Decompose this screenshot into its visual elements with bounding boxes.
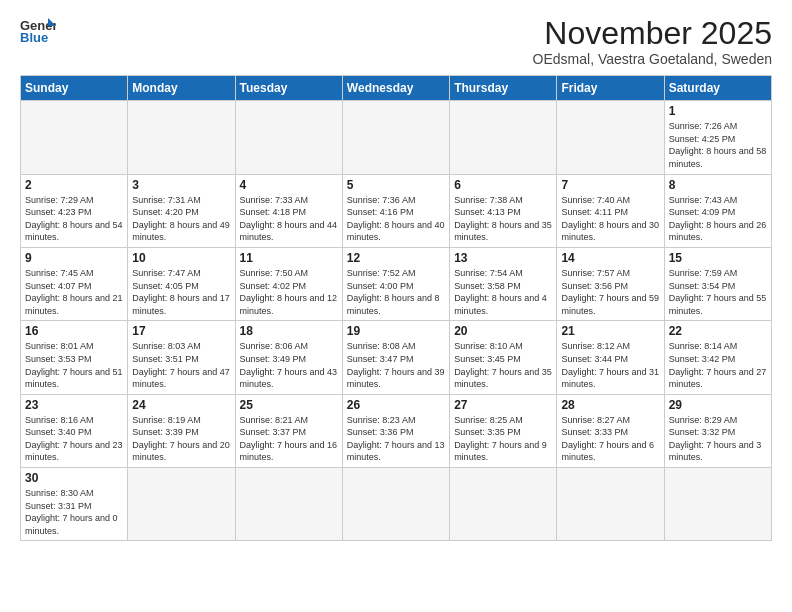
calendar-cell: 22Sunrise: 8:14 AM Sunset: 3:42 PM Dayli… [664, 321, 771, 394]
calendar-cell: 28Sunrise: 8:27 AM Sunset: 3:33 PM Dayli… [557, 394, 664, 467]
calendar-cell: 19Sunrise: 8:08 AM Sunset: 3:47 PM Dayli… [342, 321, 449, 394]
page: General Blue November 2025 OEdsmal, Vaes… [0, 0, 792, 612]
day-info: Sunrise: 7:36 AM Sunset: 4:16 PM Dayligh… [347, 194, 445, 244]
calendar-cell [21, 101, 128, 174]
calendar-cell: 9Sunrise: 7:45 AM Sunset: 4:07 PM Daylig… [21, 247, 128, 320]
calendar-cell [235, 101, 342, 174]
calendar-cell: 16Sunrise: 8:01 AM Sunset: 3:53 PM Dayli… [21, 321, 128, 394]
day-number: 13 [454, 251, 552, 265]
calendar-cell: 29Sunrise: 8:29 AM Sunset: 3:32 PM Dayli… [664, 394, 771, 467]
calendar-cell: 21Sunrise: 8:12 AM Sunset: 3:44 PM Dayli… [557, 321, 664, 394]
day-number: 28 [561, 398, 659, 412]
day-number: 27 [454, 398, 552, 412]
calendar-cell [557, 101, 664, 174]
calendar-header-row: Sunday Monday Tuesday Wednesday Thursday… [21, 76, 772, 101]
calendar-cell: 12Sunrise: 7:52 AM Sunset: 4:00 PM Dayli… [342, 247, 449, 320]
subtitle: OEdsmal, Vaestra Goetaland, Sweden [533, 51, 772, 67]
calendar-week-row-2: 9Sunrise: 7:45 AM Sunset: 4:07 PM Daylig… [21, 247, 772, 320]
day-number: 25 [240, 398, 338, 412]
day-info: Sunrise: 8:25 AM Sunset: 3:35 PM Dayligh… [454, 414, 552, 464]
calendar-cell [664, 468, 771, 541]
day-info: Sunrise: 7:43 AM Sunset: 4:09 PM Dayligh… [669, 194, 767, 244]
calendar-cell: 18Sunrise: 8:06 AM Sunset: 3:49 PM Dayli… [235, 321, 342, 394]
day-number: 14 [561, 251, 659, 265]
day-number: 15 [669, 251, 767, 265]
calendar-week-row-4: 23Sunrise: 8:16 AM Sunset: 3:40 PM Dayli… [21, 394, 772, 467]
logo: General Blue [20, 16, 56, 44]
header-monday: Monday [128, 76, 235, 101]
calendar-cell: 17Sunrise: 8:03 AM Sunset: 3:51 PM Dayli… [128, 321, 235, 394]
calendar-cell: 23Sunrise: 8:16 AM Sunset: 3:40 PM Dayli… [21, 394, 128, 467]
day-number: 19 [347, 324, 445, 338]
calendar-cell [450, 468, 557, 541]
day-number: 23 [25, 398, 123, 412]
calendar-week-row-0: 1Sunrise: 7:26 AM Sunset: 4:25 PM Daylig… [21, 101, 772, 174]
day-info: Sunrise: 7:31 AM Sunset: 4:20 PM Dayligh… [132, 194, 230, 244]
day-info: Sunrise: 8:29 AM Sunset: 3:32 PM Dayligh… [669, 414, 767, 464]
calendar-cell [235, 468, 342, 541]
header-sunday: Sunday [21, 76, 128, 101]
day-number: 4 [240, 178, 338, 192]
month-title: November 2025 [533, 16, 772, 51]
day-info: Sunrise: 7:50 AM Sunset: 4:02 PM Dayligh… [240, 267, 338, 317]
day-number: 24 [132, 398, 230, 412]
day-info: Sunrise: 8:27 AM Sunset: 3:33 PM Dayligh… [561, 414, 659, 464]
calendar-cell: 8Sunrise: 7:43 AM Sunset: 4:09 PM Daylig… [664, 174, 771, 247]
day-info: Sunrise: 7:29 AM Sunset: 4:23 PM Dayligh… [25, 194, 123, 244]
day-info: Sunrise: 8:19 AM Sunset: 3:39 PM Dayligh… [132, 414, 230, 464]
day-info: Sunrise: 8:01 AM Sunset: 3:53 PM Dayligh… [25, 340, 123, 390]
day-number: 20 [454, 324, 552, 338]
calendar-week-row-5: 30Sunrise: 8:30 AM Sunset: 3:31 PM Dayli… [21, 468, 772, 541]
calendar-cell: 7Sunrise: 7:40 AM Sunset: 4:11 PM Daylig… [557, 174, 664, 247]
header-saturday: Saturday [664, 76, 771, 101]
day-number: 5 [347, 178, 445, 192]
day-info: Sunrise: 8:23 AM Sunset: 3:36 PM Dayligh… [347, 414, 445, 464]
day-number: 17 [132, 324, 230, 338]
day-number: 3 [132, 178, 230, 192]
calendar-cell [128, 468, 235, 541]
day-info: Sunrise: 8:30 AM Sunset: 3:31 PM Dayligh… [25, 487, 123, 537]
calendar-table: Sunday Monday Tuesday Wednesday Thursday… [20, 75, 772, 541]
calendar-cell: 2Sunrise: 7:29 AM Sunset: 4:23 PM Daylig… [21, 174, 128, 247]
calendar-week-row-3: 16Sunrise: 8:01 AM Sunset: 3:53 PM Dayli… [21, 321, 772, 394]
calendar-cell [342, 468, 449, 541]
day-number: 22 [669, 324, 767, 338]
calendar-cell [557, 468, 664, 541]
title-block: November 2025 OEdsmal, Vaestra Goetaland… [533, 16, 772, 67]
day-info: Sunrise: 8:03 AM Sunset: 3:51 PM Dayligh… [132, 340, 230, 390]
day-number: 12 [347, 251, 445, 265]
calendar-cell: 13Sunrise: 7:54 AM Sunset: 3:58 PM Dayli… [450, 247, 557, 320]
calendar-cell [450, 101, 557, 174]
day-number: 9 [25, 251, 123, 265]
calendar-cell: 5Sunrise: 7:36 AM Sunset: 4:16 PM Daylig… [342, 174, 449, 247]
calendar-cell [342, 101, 449, 174]
day-number: 1 [669, 104, 767, 118]
calendar-cell: 24Sunrise: 8:19 AM Sunset: 3:39 PM Dayli… [128, 394, 235, 467]
day-number: 26 [347, 398, 445, 412]
day-number: 30 [25, 471, 123, 485]
day-number: 8 [669, 178, 767, 192]
calendar-cell: 25Sunrise: 8:21 AM Sunset: 3:37 PM Dayli… [235, 394, 342, 467]
day-info: Sunrise: 7:59 AM Sunset: 3:54 PM Dayligh… [669, 267, 767, 317]
day-number: 2 [25, 178, 123, 192]
calendar-cell: 27Sunrise: 8:25 AM Sunset: 3:35 PM Dayli… [450, 394, 557, 467]
day-info: Sunrise: 7:57 AM Sunset: 3:56 PM Dayligh… [561, 267, 659, 317]
calendar-cell: 14Sunrise: 7:57 AM Sunset: 3:56 PM Dayli… [557, 247, 664, 320]
svg-text:Blue: Blue [20, 30, 48, 44]
calendar-cell: 11Sunrise: 7:50 AM Sunset: 4:02 PM Dayli… [235, 247, 342, 320]
header-tuesday: Tuesday [235, 76, 342, 101]
day-info: Sunrise: 8:06 AM Sunset: 3:49 PM Dayligh… [240, 340, 338, 390]
calendar-cell: 20Sunrise: 8:10 AM Sunset: 3:45 PM Dayli… [450, 321, 557, 394]
day-info: Sunrise: 7:26 AM Sunset: 4:25 PM Dayligh… [669, 120, 767, 170]
day-info: Sunrise: 7:54 AM Sunset: 3:58 PM Dayligh… [454, 267, 552, 317]
calendar-cell: 1Sunrise: 7:26 AM Sunset: 4:25 PM Daylig… [664, 101, 771, 174]
header-friday: Friday [557, 76, 664, 101]
calendar-week-row-1: 2Sunrise: 7:29 AM Sunset: 4:23 PM Daylig… [21, 174, 772, 247]
day-number: 16 [25, 324, 123, 338]
day-number: 6 [454, 178, 552, 192]
day-info: Sunrise: 7:52 AM Sunset: 4:00 PM Dayligh… [347, 267, 445, 317]
day-info: Sunrise: 8:12 AM Sunset: 3:44 PM Dayligh… [561, 340, 659, 390]
calendar-cell: 26Sunrise: 8:23 AM Sunset: 3:36 PM Dayli… [342, 394, 449, 467]
day-info: Sunrise: 7:40 AM Sunset: 4:11 PM Dayligh… [561, 194, 659, 244]
day-number: 18 [240, 324, 338, 338]
